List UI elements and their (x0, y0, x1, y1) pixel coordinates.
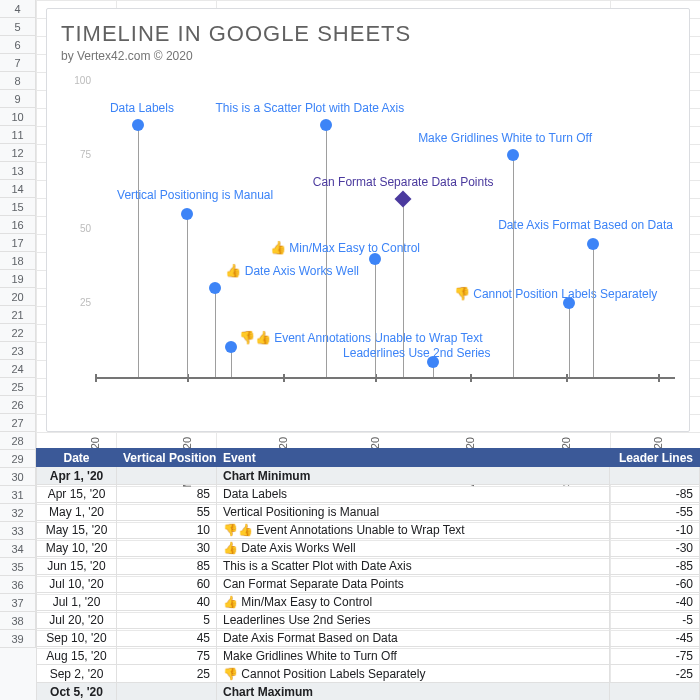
data-table[interactable]: Date Vertical Position Event Leader Line… (36, 448, 700, 700)
cell-vp[interactable]: 5 (117, 611, 217, 629)
table-row[interactable]: Oct 5, '20Chart Maximum (37, 683, 700, 701)
table-row[interactable]: Jul 1, '2040👍 Min/Max Easy to Control-40 (37, 593, 700, 611)
cell-date[interactable]: Sep 2, '20 (37, 665, 117, 683)
cell-vp[interactable]: 85 (117, 485, 217, 503)
cell-event[interactable]: Make Gridlines White to Turn Off (217, 647, 610, 665)
cell-ll[interactable]: -5 (610, 611, 700, 629)
cell-ll[interactable]: -85 (610, 485, 700, 503)
table-row[interactable]: Aug 15, '2075Make Gridlines White to Tur… (37, 647, 700, 665)
table-row[interactable]: May 10, '2030👍 Date Axis Works Well-30 (37, 539, 700, 557)
row-header[interactable]: 5 (0, 18, 36, 36)
row-header[interactable]: 14 (0, 180, 36, 198)
col-header-event[interactable]: Event (217, 449, 610, 467)
cell-ll[interactable]: -40 (610, 593, 700, 611)
row-header[interactable]: 32 (0, 504, 36, 522)
row-header[interactable]: 10 (0, 108, 36, 126)
row-header[interactable]: 12 (0, 144, 36, 162)
cell-ll[interactable] (610, 683, 700, 701)
cell-event[interactable]: This is a Scatter Plot with Date Axis (217, 557, 610, 575)
cell-date[interactable]: May 10, '20 (37, 539, 117, 557)
cell-vp[interactable]: 75 (117, 647, 217, 665)
data-point[interactable] (225, 341, 237, 353)
row-header[interactable]: 39 (0, 630, 36, 648)
cell-vp[interactable]: 10 (117, 521, 217, 539)
row-header[interactable]: 36 (0, 576, 36, 594)
row-header[interactable]: 21 (0, 306, 36, 324)
table-row[interactable]: May 1, '2055Vertical Positioning is Manu… (37, 503, 700, 521)
cell-date[interactable]: Jul 1, '20 (37, 593, 117, 611)
row-header[interactable]: 27 (0, 414, 36, 432)
row-header[interactable]: 38 (0, 612, 36, 630)
row-header[interactable]: 33 (0, 522, 36, 540)
data-point[interactable] (587, 238, 599, 250)
row-header[interactable]: 15 (0, 198, 36, 216)
cell-vp[interactable]: 30 (117, 539, 217, 557)
cell-vp[interactable]: 40 (117, 593, 217, 611)
row-header[interactable]: 4 (0, 0, 36, 18)
cell-date[interactable]: Jul 10, '20 (37, 575, 117, 593)
cell-date[interactable]: Jun 15, '20 (37, 557, 117, 575)
table-row[interactable]: Jul 20, '205Leaderlines Use 2nd Series-5 (37, 611, 700, 629)
data-point[interactable] (320, 119, 332, 131)
cell-vp[interactable]: 60 (117, 575, 217, 593)
table-row[interactable]: Sep 2, '2025👎 Cannot Position Labels Sep… (37, 665, 700, 683)
table-row[interactable]: Jul 10, '2060Can Format Separate Data Po… (37, 575, 700, 593)
cell-event[interactable]: 👎👍 Event Annotations Unable to Wrap Text (217, 521, 610, 539)
table-row[interactable]: Apr 1, '20Chart Minimum (37, 467, 700, 485)
cell-ll[interactable]: -75 (610, 647, 700, 665)
cell-event[interactable]: Can Format Separate Data Points (217, 575, 610, 593)
cell-vp[interactable]: 55 (117, 503, 217, 521)
data-point[interactable] (181, 208, 193, 220)
row-header[interactable]: 37 (0, 594, 36, 612)
cell-event[interactable]: Date Axis Format Based on Data (217, 629, 610, 647)
row-header[interactable]: 8 (0, 72, 36, 90)
row-header[interactable]: 28 (0, 432, 36, 450)
row-header[interactable]: 30 (0, 468, 36, 486)
row-header[interactable]: 17 (0, 234, 36, 252)
col-header-ll[interactable]: Leader Lines (610, 449, 700, 467)
row-header[interactable]: 29 (0, 450, 36, 468)
cell-ll[interactable]: -30 (610, 539, 700, 557)
cell-event[interactable]: Vertical Positioning is Manual (217, 503, 610, 521)
row-header[interactable]: 13 (0, 162, 36, 180)
col-header-date[interactable]: Date (37, 449, 117, 467)
table-row[interactable]: Jun 15, '2085This is a Scatter Plot with… (37, 557, 700, 575)
table-row[interactable]: Sep 10, '2045Date Axis Format Based on D… (37, 629, 700, 647)
cell-vp[interactable]: 25 (117, 665, 217, 683)
row-header[interactable]: 18 (0, 252, 36, 270)
cell-vp[interactable]: 85 (117, 557, 217, 575)
row-header[interactable]: 20 (0, 288, 36, 306)
cell-ll[interactable] (610, 467, 700, 485)
row-header[interactable]: 35 (0, 558, 36, 576)
row-header[interactable]: 6 (0, 36, 36, 54)
row-header[interactable]: 24 (0, 360, 36, 378)
row-header[interactable]: 23 (0, 342, 36, 360)
data-point[interactable] (209, 282, 221, 294)
cell-date[interactable]: Sep 10, '20 (37, 629, 117, 647)
row-header[interactable]: 26 (0, 396, 36, 414)
row-header[interactable]: 19 (0, 270, 36, 288)
cell-ll[interactable]: -25 (610, 665, 700, 683)
row-header[interactable]: 22 (0, 324, 36, 342)
cell-date[interactable]: May 15, '20 (37, 521, 117, 539)
cell-vp[interactable] (117, 467, 217, 485)
row-header[interactable]: 16 (0, 216, 36, 234)
cell-ll[interactable]: -60 (610, 575, 700, 593)
row-header[interactable]: 25 (0, 378, 36, 396)
data-point[interactable] (394, 191, 411, 208)
cell-date[interactable]: Apr 1, '20 (37, 467, 117, 485)
data-point[interactable] (507, 149, 519, 161)
col-header-vp[interactable]: Vertical Position (117, 449, 217, 467)
cell-event[interactable]: 👍 Min/Max Easy to Control (217, 593, 610, 611)
table-row[interactable]: May 15, '2010👎👍 Event Annotations Unable… (37, 521, 700, 539)
cell-ll[interactable]: -10 (610, 521, 700, 539)
cell-date[interactable]: May 1, '20 (37, 503, 117, 521)
cell-event[interactable]: Leaderlines Use 2nd Series (217, 611, 610, 629)
cell-ll[interactable]: -55 (610, 503, 700, 521)
cell-event[interactable]: Chart Maximum (217, 683, 610, 701)
cell-ll[interactable]: -45 (610, 629, 700, 647)
row-header[interactable]: 11 (0, 126, 36, 144)
table-row[interactable]: Apr 15, '2085Data Labels-85 (37, 485, 700, 503)
cell-date[interactable]: Aug 15, '20 (37, 647, 117, 665)
row-header[interactable]: 31 (0, 486, 36, 504)
